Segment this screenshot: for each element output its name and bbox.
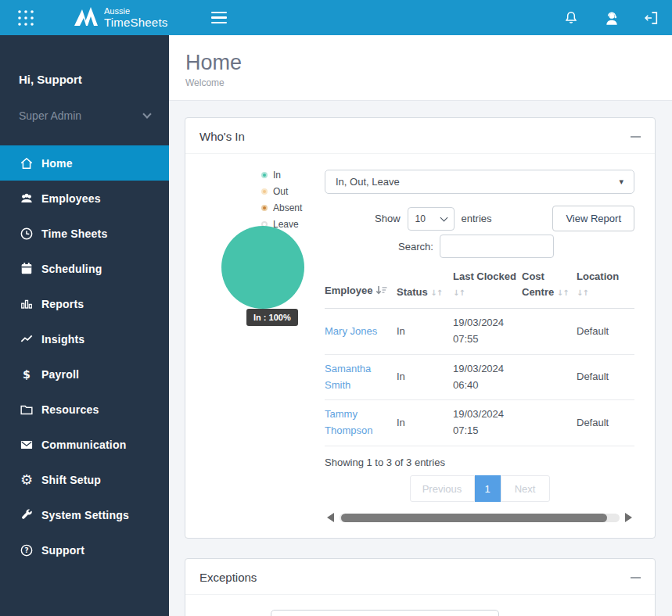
horizontal-scrollbar [325, 513, 634, 522]
brand-logo[interactable]: Aussie TimeSheets [73, 5, 167, 31]
table-row: Samantha Smith In 19/03/2024 06:40 Defau… [325, 354, 634, 400]
sort-both-icon: ↓↑ [453, 288, 465, 297]
column-header-location[interactable]: Location ↓↑ [577, 266, 634, 309]
brand-line-1: Aussie [104, 7, 167, 16]
legend-swatch [261, 205, 268, 211]
whos-in-table: Employee [325, 266, 634, 446]
last-clocked-cell: 19/03/2024 07:15 [453, 400, 522, 446]
topbar-actions [562, 9, 672, 27]
whos-in-title: Who's In [199, 130, 245, 143]
svg-text:$: $ [23, 368, 31, 381]
scrollbar-thumb[interactable] [341, 514, 607, 522]
exceptions-title: Exceptions [199, 571, 257, 584]
status-filter-value: In, Out, Leave [336, 176, 400, 188]
sidebar-item-system-settings[interactable]: System Settings [0, 497, 169, 532]
page-header: Home Welcome [169, 35, 672, 101]
scroll-right-arrow-icon[interactable] [625, 513, 632, 522]
sidebar-item-reports[interactable]: Reports [0, 286, 169, 321]
table-summary: Showing 1 to 3 of 3 entries [325, 457, 634, 468]
next-page-button[interactable]: Next [501, 475, 550, 502]
page-size-value: 10 [415, 213, 426, 224]
app-grid-icon[interactable] [16, 9, 35, 27]
current-page-button[interactable]: 1 [475, 475, 501, 502]
show-label: Show [375, 213, 401, 224]
whos-in-card: Who's In In Out [185, 117, 656, 539]
view-report-button[interactable]: View Report [552, 206, 634, 231]
employee-link[interactable]: Mary Jones [325, 325, 377, 337]
sidebar-item-shift-setup[interactable]: ⚙ Shift Setup [0, 462, 169, 497]
clock-icon [19, 225, 34, 242]
support-account-icon[interactable] [602, 9, 620, 27]
page-subtitle: Welcome [185, 77, 672, 88]
column-header-employee[interactable]: Employee [325, 266, 397, 309]
sidebar-item-communication[interactable]: Communication [0, 427, 169, 462]
sidebar-item-time-sheets[interactable]: Time Sheets [0, 216, 169, 251]
legend-swatch [261, 172, 268, 178]
sidebar-item-scheduling[interactable]: Scheduling [0, 251, 169, 286]
cost-centre-cell [522, 400, 577, 446]
table-row: Tammy Thompson In 19/03/2024 07:15 Defau… [325, 400, 634, 446]
sidebar-item-label: Insights [41, 333, 84, 346]
brand-text: Aussie TimeSheets [104, 7, 167, 28]
employee-link[interactable]: Samantha Smith [325, 363, 371, 391]
pie-chart[interactable] [221, 226, 304, 309]
envelope-icon [19, 436, 34, 453]
legend-item-absent[interactable]: Absent [261, 202, 325, 213]
legend-item-in[interactable]: In [261, 170, 325, 181]
column-header-cost-centre[interactable]: Cost Centre ↓↑ [522, 266, 577, 309]
sidebar-nav: Home Employees Time Sheets [0, 145, 169, 568]
search-input[interactable] [440, 235, 554, 258]
page-size-select[interactable]: 10 [408, 207, 455, 231]
last-clocked-cell: 19/03/2024 06:40 [453, 354, 522, 400]
sidebar: Hi, Support Super Admin Home Employees [0, 35, 169, 616]
sidebar-item-home[interactable]: Home [0, 145, 169, 181]
location-cell: Default [577, 354, 634, 400]
sidebar-item-insights[interactable]: Insights [0, 321, 169, 356]
notifications-bell-icon[interactable] [562, 9, 580, 27]
svg-text:?: ? [24, 546, 28, 554]
department-select[interactable]: All Departments [271, 610, 499, 616]
collapse-card-icon[interactable] [631, 131, 641, 141]
folder-icon [19, 401, 34, 418]
chevron-down-icon [142, 109, 151, 118]
status-cell: In [397, 309, 453, 355]
employee-link[interactable]: Tammy Thompson [325, 408, 372, 436]
sidebar-item-label: Employees [41, 192, 101, 205]
legend-label: Absent [273, 202, 302, 213]
sidebar-item-resources[interactable]: Resources [0, 392, 169, 427]
sidebar-item-label: Time Sheets [41, 227, 107, 240]
whos-in-table-panel: In, Out, Leave ▾ Show 10 entries Vie [325, 170, 634, 522]
collapse-card-icon[interactable] [631, 572, 641, 582]
sidebar-item-payroll[interactable]: $ Payroll [0, 356, 169, 392]
sidebar-item-employees[interactable]: Employees [0, 181, 169, 216]
sidebar-item-label: Reports [41, 298, 84, 310]
home-icon [19, 155, 34, 172]
table-search: Search: [325, 235, 634, 258]
role-selector[interactable]: Super Admin [19, 109, 150, 134]
chevron-down-icon [440, 213, 447, 221]
previous-page-button[interactable]: Previous [410, 475, 475, 502]
sidebar-item-label: Communication [41, 439, 126, 451]
column-header-status[interactable]: Status ↓↑ [397, 266, 453, 309]
bar-chart-icon [19, 295, 34, 313]
scroll-left-arrow-icon[interactable] [327, 513, 334, 522]
main-content: Home Welcome Who's In In [169, 35, 672, 616]
sidebar-item-label: Shift Setup [41, 474, 101, 486]
sidebar-item-support[interactable]: ? Support [0, 532, 169, 568]
menu-toggle-icon[interactable] [211, 12, 227, 24]
location-cell: Default [577, 309, 634, 355]
exceptions-card: Exceptions Department All Departments [185, 558, 656, 616]
legend-item-out[interactable]: Out [261, 186, 325, 197]
chart-legend: In Out Absent Leave [196, 170, 325, 230]
status-filter-select[interactable]: In, Out, Leave ▾ [325, 170, 634, 194]
status-cell: In [397, 354, 453, 400]
pagination: Previous 1 Next [325, 475, 634, 502]
scrollbar-track[interactable] [340, 514, 620, 522]
caret-down-icon: ▾ [619, 177, 623, 187]
sidebar-item-label: Support [41, 544, 84, 557]
dollar-icon: $ [19, 366, 34, 383]
logout-icon[interactable] [642, 9, 659, 27]
sidebar-item-label: Resources [41, 403, 99, 416]
whos-in-chart-panel: In Out Absent Leave [196, 170, 325, 522]
column-header-last-clocked[interactable]: Last Clocked ↓↑ [453, 266, 522, 309]
